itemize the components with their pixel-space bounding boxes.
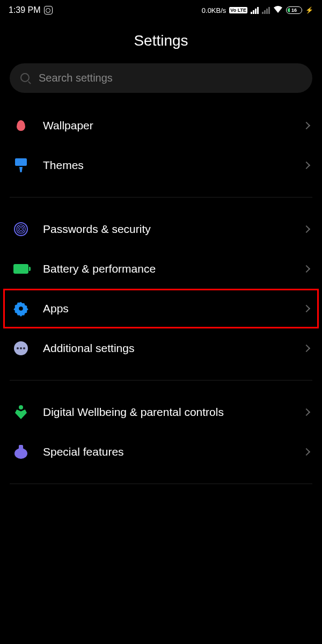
chevron-right-icon	[303, 408, 310, 416]
chevron-right-icon	[303, 122, 310, 129]
signal-icon	[251, 7, 259, 14]
brush-icon	[13, 157, 29, 173]
digital-wellbeing-item[interactable]: Digital Wellbeing & parental controls	[0, 392, 322, 432]
divider	[10, 484, 312, 484]
flask-icon	[13, 444, 29, 460]
status-left: 1:39 PM	[9, 5, 53, 15]
search-placeholder: Search settings	[39, 72, 113, 84]
chevron-right-icon	[303, 345, 310, 352]
instagram-icon	[44, 6, 53, 14]
additional-settings-item[interactable]: Additional settings	[0, 328, 322, 368]
charging-icon: ⚡	[305, 6, 313, 14]
divider	[10, 197, 312, 197]
chevron-right-icon	[303, 448, 310, 456]
chevron-right-icon	[303, 305, 310, 312]
gear-icon	[13, 301, 29, 317]
search-icon	[20, 73, 31, 84]
special-features-label: Special features	[43, 444, 290, 459]
chevron-right-icon	[303, 225, 310, 233]
settings-list: Wallpaper Themes Passwords & security Ba…	[0, 93, 322, 484]
page-title: Settings	[0, 20, 322, 63]
additional-settings-label: Additional settings	[43, 341, 290, 355]
wallpaper-label: Wallpaper	[43, 118, 290, 133]
battery-performance-label: Battery & performance	[43, 261, 290, 276]
signal-icon-secondary	[262, 7, 270, 14]
svg-point-0	[19, 306, 23, 311]
volte-icon: Vo LTE	[229, 7, 247, 13]
battery-icon: 16	[286, 6, 302, 14]
search-input[interactable]: Search settings	[10, 63, 312, 93]
dots-icon	[13, 340, 29, 356]
themes-label: Themes	[43, 158, 290, 172]
fingerprint-icon	[13, 221, 29, 237]
flower-icon	[13, 118, 29, 134]
data-speed: 0.0KB/s	[202, 6, 226, 14]
passwords-security-label: Passwords & security	[43, 222, 290, 236]
divider	[10, 380, 312, 380]
passwords-security-item[interactable]: Passwords & security	[0, 209, 322, 249]
heart-icon	[13, 404, 29, 420]
status-right: 0.0KB/s Vo LTE 16 ⚡	[202, 5, 313, 15]
themes-item[interactable]: Themes	[0, 145, 322, 185]
wallpaper-item[interactable]: Wallpaper	[0, 106, 322, 145]
wifi-icon	[273, 5, 283, 15]
battery-performance-item[interactable]: Battery & performance	[0, 249, 322, 289]
battery-icon	[13, 261, 29, 277]
digital-wellbeing-label: Digital Wellbeing & parental controls	[43, 405, 290, 419]
clock: 1:39 PM	[9, 5, 41, 15]
chevron-right-icon	[303, 265, 310, 273]
apps-item[interactable]: Apps	[3, 289, 319, 328]
chevron-right-icon	[303, 162, 310, 169]
apps-label: Apps	[43, 301, 290, 316]
special-features-item[interactable]: Special features	[0, 432, 322, 472]
status-bar: 1:39 PM 0.0KB/s Vo LTE 16 ⚡	[0, 0, 322, 20]
